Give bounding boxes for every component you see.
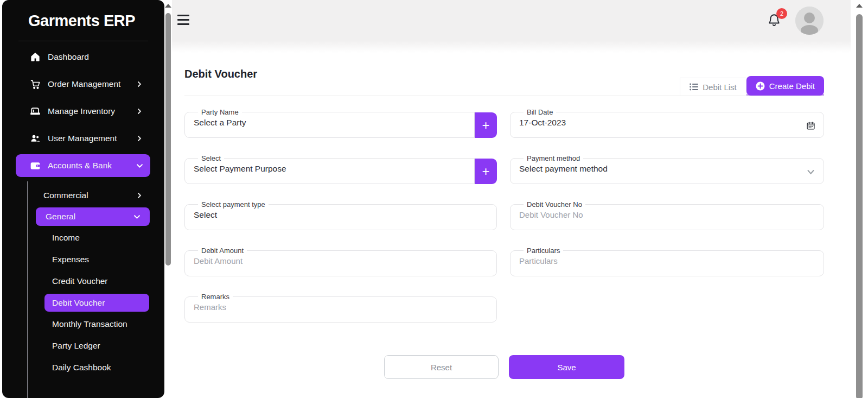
submenu-item-debit-voucher[interactable]: Debit Voucher (44, 294, 149, 312)
add-payment-purpose-button[interactable]: + (475, 159, 497, 184)
bill-date-value[interactable]: 17-Oct-2023 (519, 118, 815, 128)
party-name-label: Party Name (198, 108, 242, 116)
payment-type-select[interactable]: Select (194, 210, 488, 220)
particulars-input[interactable] (519, 256, 815, 266)
debit-list-tab[interactable]: Debit List (680, 78, 746, 96)
app-logo: Garments ERP (2, 0, 164, 30)
submenu-item-general[interactable]: General (36, 207, 150, 226)
calendar-icon[interactable] (806, 121, 815, 130)
submenu-item-label: Party Ledger (52, 341, 100, 351)
remarks-field[interactable]: Remarks (184, 293, 497, 323)
debit-amount-label: Debit Amount (198, 247, 247, 255)
payment-method-label: Payment method (524, 154, 583, 162)
reset-button[interactable]: Reset (384, 355, 499, 379)
submenu-item-label: General (46, 212, 133, 222)
sidebar-item-label: Order Management (48, 79, 129, 89)
debit-voucher-form: Party Name Select a Party + Bill Date 17… (184, 108, 824, 323)
submenu-item-label: Credit Voucher (52, 276, 108, 286)
sidebar-item-label: Manage Inventory (48, 106, 129, 116)
submenu-item-label: Daily Cashbook (52, 363, 111, 372)
submenu-item-label: Expenses (52, 255, 89, 264)
submenu-tree-line (27, 181, 28, 398)
sidebar-item-label: Accounts & Bank (48, 161, 129, 170)
payment-purpose-label: Select (198, 154, 224, 162)
submenu-item-label: Income (52, 233, 80, 243)
users-icon (30, 133, 41, 144)
submenu-item-party-ledger[interactable]: Party Ledger (2, 335, 164, 357)
sidebar-item-dashboard[interactable]: Dashboard (16, 46, 150, 68)
chevron-right-icon (136, 192, 143, 199)
party-name-field[interactable]: Party Name Select a Party + (184, 108, 497, 138)
sidebar-nav: Dashboard Order Management Manage Invent… (2, 46, 164, 177)
payment-type-label: Select payment type (198, 200, 269, 209)
page-header: Debit Voucher Debit List Create Debit (184, 53, 824, 96)
payment-type-field[interactable]: Select payment type Select (184, 200, 497, 230)
scroll-up-arrow[interactable] (856, 4, 863, 8)
submenu-item-label: Commercial (43, 191, 136, 200)
create-debit-tab-label: Create Debit (769, 81, 815, 91)
scroll-up-arrow[interactable] (165, 4, 171, 8)
submenu-item-commercial[interactable]: Commercial (2, 185, 164, 206)
chevron-down-icon (133, 213, 140, 220)
sewing-machine-icon (30, 106, 41, 117)
cart-icon (30, 79, 41, 90)
sidebar-divider (18, 41, 148, 41)
sidebar-item-label: Dashboard (48, 52, 143, 62)
submenu-item-daily-cashbook[interactable]: Daily Cashbook (2, 357, 164, 378)
chevron-right-icon (136, 81, 143, 87)
bill-date-field[interactable]: Bill Date 17-Oct-2023 (510, 108, 824, 138)
debit-amount-field[interactable]: Debit Amount (184, 247, 497, 276)
user-avatar[interactable] (795, 7, 824, 35)
sidebar-item-manage-inventory[interactable]: Manage Inventory (16, 100, 150, 123)
sidebar-item-user-management[interactable]: User Management (16, 127, 150, 150)
chevron-down-icon (136, 162, 143, 169)
accounts-bank-submenu: Commercial General Income Expenses Credi… (2, 185, 164, 378)
empty-cell (510, 293, 824, 323)
submenu-item-credit-voucher[interactable]: Credit Voucher (2, 270, 164, 292)
sidebar-item-label: User Management (48, 134, 129, 143)
chevron-right-icon (136, 108, 143, 115)
home-icon (30, 52, 41, 62)
scrollbar-thumb[interactable] (165, 13, 171, 266)
sidebar: Garments ERP Dashboard Order Management (2, 0, 164, 398)
sidebar-scrollbar (164, 0, 172, 398)
sidebar-item-order-management[interactable]: Order Management (16, 73, 150, 96)
remarks-label: Remarks (198, 293, 233, 301)
wallet-icon (30, 160, 41, 171)
remarks-input[interactable] (194, 302, 488, 312)
page-title: Debit Voucher (184, 68, 257, 80)
list-icon (690, 83, 698, 91)
create-debit-tab[interactable]: Create Debit (746, 76, 824, 96)
chevron-right-icon (136, 135, 143, 142)
page-content: Debit Voucher Debit List Create Debit (172, 53, 851, 379)
add-party-button[interactable]: + (475, 112, 497, 138)
party-name-select[interactable]: Select a Party (194, 118, 465, 128)
debit-amount-input[interactable] (194, 256, 488, 266)
payment-method-select[interactable]: Select payment method (519, 164, 815, 174)
notifications-button[interactable]: 2 (767, 12, 781, 28)
save-button[interactable]: Save (509, 355, 624, 379)
payment-purpose-field[interactable]: Select Select Payment Purpose + (184, 154, 497, 184)
sidebar-item-accounts-bank[interactable]: Accounts & Bank (16, 154, 150, 177)
payment-method-field[interactable]: Payment method Select payment method (510, 154, 824, 184)
plus-circle-icon (756, 81, 765, 91)
debit-list-tab-label: Debit List (703, 83, 737, 92)
particulars-field[interactable]: Particulars (510, 247, 824, 276)
topbar: 2 (172, 0, 851, 41)
particulars-label: Particulars (524, 247, 563, 255)
submenu-item-label: Debit Voucher (52, 298, 105, 308)
form-actions: Reset Save (184, 355, 824, 379)
submenu-item-monthly-transaction[interactable]: Monthly Transaction (2, 313, 164, 335)
debit-voucher-no-input[interactable] (519, 210, 815, 219)
hamburger-menu-icon[interactable] (177, 15, 189, 26)
debit-voucher-no-field[interactable]: Debit Voucher No (510, 200, 824, 230)
payment-purpose-select[interactable]: Select Payment Purpose (194, 164, 465, 174)
person-icon (795, 7, 824, 35)
scrollbar-thumb[interactable] (856, 14, 863, 398)
page-scrollbar (855, 0, 864, 398)
submenu-item-expenses[interactable]: Expenses (2, 249, 164, 270)
topbar-fade (172, 41, 851, 53)
submenu-item-label: Monthly Transaction (52, 319, 127, 329)
notification-badge: 2 (776, 8, 787, 19)
submenu-item-income[interactable]: Income (2, 227, 164, 249)
